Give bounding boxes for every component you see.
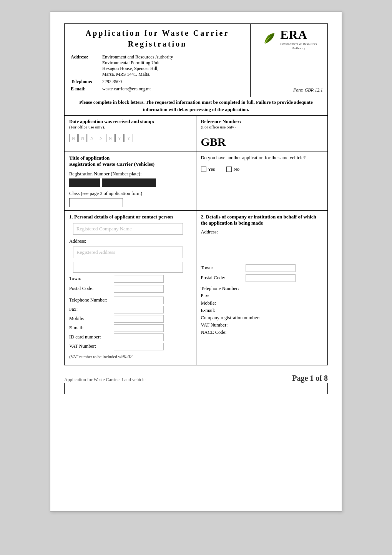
- s2-mobile-label: Mobile:: [201, 300, 243, 306]
- postal-input[interactable]: [114, 285, 164, 293]
- date-box-n5[interactable]: N: [106, 134, 115, 142]
- radio-yes[interactable]: Yes: [201, 166, 215, 172]
- s2-town-row: Town:: [201, 264, 323, 272]
- yes-no-row: Yes No: [201, 166, 323, 172]
- page-footer: Application for Waste Carrier- Land vehi…: [64, 374, 328, 383]
- date-label: Date application was received and stamp:: [69, 119, 191, 125]
- town-label: Town:: [69, 276, 111, 282]
- no-label: No: [233, 166, 239, 172]
- date-sublabel: (For office use only).: [69, 125, 191, 129]
- s2-nace-label: NACE Code:: [201, 330, 243, 335]
- telephone-label: Telephone Number:: [69, 297, 111, 303]
- title-right: Do you have another application for the …: [196, 152, 328, 210]
- address-value: Environment and Resources Authority Envi…: [102, 54, 244, 78]
- radio-no[interactable]: No: [226, 166, 239, 172]
- reg-input-right[interactable]: [102, 178, 156, 187]
- telephone-label: Telephone:: [71, 78, 101, 85]
- reg-input-left[interactable]: [69, 178, 100, 187]
- section1-heading: 1. Personal details of applicant or cont…: [69, 214, 191, 220]
- class-label: Class (see page 3 of application form): [69, 191, 191, 197]
- vat-row: VAT Number:: [69, 343, 191, 350]
- section2: 2. Details of company or institution on …: [196, 211, 328, 365]
- date-box-y2[interactable]: Y: [125, 134, 133, 142]
- telephone-value: 2292 3500: [102, 78, 244, 85]
- era-big-text: ERA: [280, 28, 317, 42]
- s2-vat-row: VAT Number:: [201, 322, 323, 328]
- title-subheading: Registration of Waste Carrier (Vehicles): [69, 161, 191, 167]
- town-input[interactable]: [114, 275, 164, 283]
- mobile-input[interactable]: [114, 315, 164, 323]
- vat-input[interactable]: [114, 343, 164, 350]
- s2-company-reg-row: Company registration number:: [201, 315, 323, 321]
- telephone-input[interactable]: [114, 297, 164, 304]
- s2-town-input[interactable]: [246, 264, 296, 272]
- date-box-n4[interactable]: N: [97, 134, 105, 142]
- ref-sublabel: (For office use only): [201, 125, 323, 129]
- s2-postal-label: Postal Code:: [201, 275, 243, 281]
- date-box-y1[interactable]: Y: [115, 134, 124, 142]
- id-label: ID card number:: [69, 334, 111, 340]
- vat-note: (VAT number to be included w90.02: [69, 353, 191, 360]
- date-boxes: N N N N N Y Y: [69, 134, 191, 142]
- vat-value: 90.02: [121, 353, 133, 359]
- same-vehicle-text: Do you have another application for the …: [201, 155, 323, 161]
- email-value: waste.carriers@era.org.mt: [102, 86, 244, 92]
- header-left: Application for Waste Carrier Registrati…: [65, 24, 251, 97]
- email-row: E-mail:: [69, 324, 191, 332]
- telephone-row: Telephone Number:: [69, 297, 191, 304]
- era-leaf-icon: [261, 30, 278, 47]
- notice-bar: Please complete in block letters. The re…: [64, 97, 328, 116]
- email-label: E-mail:: [69, 325, 111, 331]
- header-right: ERA Environment & ResourcesAuthority For…: [251, 24, 327, 97]
- company-name-placeholder[interactable]: Registered Company Name: [73, 223, 183, 235]
- town-row: Town:: [69, 275, 191, 283]
- footer-left-text: Application for Waste Carrier- Land vehi…: [64, 377, 146, 383]
- era-subtitle: Environment & ResourcesAuthority: [280, 42, 317, 50]
- header: Application for Waste Carrier Registrati…: [64, 23, 328, 97]
- date-box-n1[interactable]: N: [69, 134, 78, 142]
- date-ref-row: Date application was received and stamp:…: [64, 116, 328, 152]
- s2-town-label: Town:: [201, 265, 243, 271]
- s2-postal-input[interactable]: [246, 274, 296, 282]
- radio-no-box[interactable]: [226, 167, 232, 172]
- page: Application for Waste Carrier Registrati…: [50, 12, 342, 512]
- reg-input-row: [69, 178, 191, 187]
- s2-fax-row: Fax:: [201, 293, 323, 299]
- fax-row: Fax:: [69, 306, 191, 313]
- id-row: ID card number:: [69, 333, 191, 341]
- mobile-row: Mobile:: [69, 315, 191, 323]
- address-line2-input[interactable]: [73, 262, 183, 273]
- s2-nace-row: NACE Code:: [201, 330, 323, 335]
- form-title: Application for Waste Carrier Registrati…: [70, 28, 245, 49]
- title-heading: Title of application: [69, 155, 191, 161]
- address-label: Address:: [71, 54, 101, 78]
- vat-label: VAT Number:: [69, 343, 111, 349]
- id-input[interactable]: [114, 333, 164, 341]
- ref-cell: Reference Number: (For office use only) …: [196, 116, 328, 152]
- email-input[interactable]: [114, 324, 164, 332]
- section2-address-label: Address:: [201, 229, 323, 235]
- postal-label: Postal Code:: [69, 286, 111, 292]
- radio-yes-box[interactable]: [201, 167, 206, 172]
- s2-email-label: E-mail:: [201, 308, 243, 313]
- section1-address-label: Address:: [69, 238, 191, 244]
- s2-company-reg-label: Company registration number:: [201, 315, 260, 321]
- header-info: Address: Environment and Resources Autho…: [70, 53, 245, 93]
- era-logo: ERA Environment & ResourcesAuthority: [261, 28, 317, 50]
- s2-mobile-row: Mobile:: [201, 300, 323, 306]
- details-section: 1. Personal details of applicant or cont…: [64, 211, 328, 365]
- date-box-n2[interactable]: N: [78, 134, 87, 142]
- title-left: Title of application Registration of Was…: [65, 152, 196, 210]
- s2-vat-label: VAT Number:: [201, 322, 243, 328]
- email-label: E-mail:: [71, 86, 101, 92]
- section1: 1. Personal details of applicant or cont…: [65, 211, 196, 365]
- s2-postal-row: Postal Code:: [201, 274, 323, 282]
- fax-input[interactable]: [114, 306, 164, 313]
- registered-address-placeholder[interactable]: Registered Address: [73, 247, 183, 258]
- s2-telephone-label: Telephone Number:: [201, 286, 243, 292]
- postal-row: Postal Code:: [69, 285, 191, 293]
- mobile-label: Mobile:: [69, 316, 111, 322]
- footer-right-text: Page 1 of 8: [292, 374, 328, 383]
- date-box-n3[interactable]: N: [88, 134, 96, 142]
- class-input[interactable]: [69, 198, 123, 207]
